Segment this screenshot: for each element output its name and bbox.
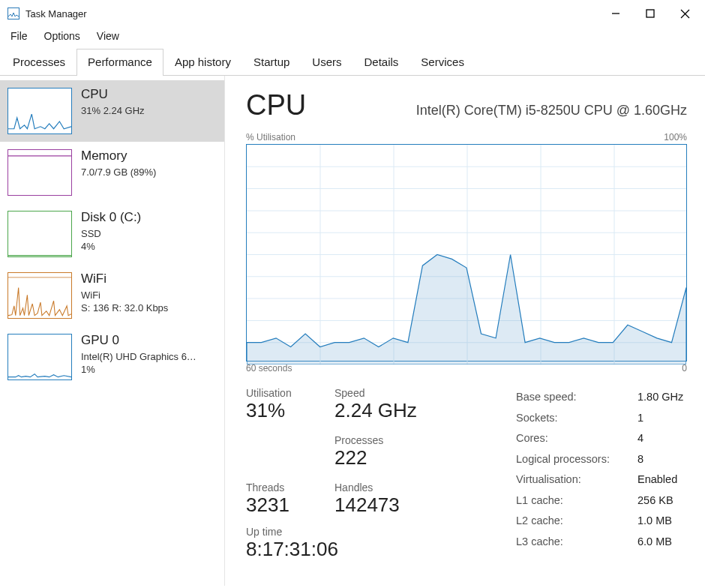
stat-label: Speed — [334, 387, 417, 399]
detail-pane: CPU Intel(R) Core(TM) i5-8250U CPU @ 1.6… — [225, 76, 705, 586]
sidebar: CPU 31% 2.24 GHz Memory 7.0/7.9 GB (89%) — [0, 76, 225, 586]
spec-val: 256 KB — [638, 490, 674, 512]
chart-ymax: 100% — [664, 132, 687, 142]
spec-row: L1 cache:256 KB — [516, 490, 683, 512]
sidebar-item-label: Memory — [81, 149, 156, 164]
stat-utilisation: Utilisation 31% — [246, 387, 314, 422]
sidebar-item-label: GPU 0 — [81, 334, 196, 348]
spec-val: 1 — [638, 408, 644, 429]
sidebar-item-disk[interactable]: Disk 0 (C:) SSD 4% — [0, 203, 224, 265]
menu-view[interactable]: View — [94, 28, 122, 44]
menu-options[interactable]: Options — [41, 28, 83, 44]
spec-row: L2 cache:1.0 MB — [516, 511, 683, 532]
spec-row: Sockets:1 — [516, 408, 683, 429]
detail-subtitle: Intel(R) Core(TM) i5-8250U CPU @ 1.60GHz — [328, 103, 687, 118]
memory-thumb — [8, 149, 72, 196]
spec-key: L3 cache: — [516, 532, 628, 553]
tab-startup[interactable]: Startup — [242, 49, 301, 76]
tab-services[interactable]: Services — [410, 49, 476, 76]
stat-handles: Handles 142473 — [334, 482, 402, 517]
sidebar-item-sub: SSD — [81, 228, 141, 241]
stat-value: 2.24 GHz — [334, 399, 417, 422]
memory-thumb-text: Memory 7.0/7.9 GB (89%) — [81, 149, 156, 196]
stats-row: Utilisation 31% Speed 2.24 GHz Processes… — [246, 387, 687, 561]
body-area: CPU 31% 2.24 GHz Memory 7.0/7.9 GB (89%) — [0, 76, 705, 586]
sidebar-item-wifi[interactable]: WiFi WiFi S: 136 R: 32.0 Kbps — [0, 265, 224, 326]
spec-row: Cores:4 — [516, 428, 683, 449]
cpu-thumb-text: CPU 31% 2.24 GHz — [81, 88, 145, 134]
tab-users[interactable]: Users — [301, 49, 352, 76]
spec-key: Base speed: — [516, 387, 628, 408]
stat-value: 222 — [334, 446, 402, 470]
tab-processes[interactable]: Processes — [2, 49, 76, 76]
spec-table: Base speed:1.80 GHz Sockets:1 Cores:4 Lo… — [516, 387, 683, 561]
stat-value: 3231 — [246, 494, 314, 517]
chart-top-labels: % Utilisation 100% — [246, 132, 687, 142]
gpu-thumb-text: GPU 0 Intel(R) UHD Graphics 6… 1% — [81, 334, 196, 380]
spec-key: Sockets: — [516, 408, 628, 429]
window-title: Task Manager — [26, 8, 87, 20]
sidebar-item-sub2: S: 136 R: 32.0 Kbps — [81, 302, 168, 315]
spec-row: Virtualisation:Enabled — [516, 470, 683, 490]
detail-heading: CPU — [246, 89, 306, 122]
app-icon — [8, 8, 20, 20]
tab-performance[interactable]: Performance — [76, 49, 164, 76]
stat-speed: Speed 2.24 GHz — [334, 387, 417, 422]
stat-label: Processes — [334, 434, 402, 446]
spec-key: Cores: — [516, 428, 628, 449]
spec-key: Logical processors: — [516, 449, 628, 470]
stat-label: Handles — [334, 482, 402, 494]
chart-ylabel: % Utilisation — [246, 132, 296, 142]
stat-value: 31% — [246, 399, 314, 422]
spec-val: 4 — [638, 428, 644, 449]
menu-bar: File Options View — [0, 27, 705, 48]
sidebar-item-label: CPU — [81, 88, 145, 102]
wifi-thumb-text: WiFi WiFi S: 136 R: 32.0 Kbps — [81, 272, 168, 319]
sidebar-item-sub: Intel(R) UHD Graphics 6… — [81, 351, 196, 364]
sidebar-item-label: Disk 0 (C:) — [81, 211, 141, 225]
maximize-button[interactable] — [633, 0, 668, 27]
chart-bottom-labels: 60 seconds 0 — [246, 363, 687, 374]
gpu-thumb — [8, 334, 72, 380]
spec-val: 1.0 MB — [638, 511, 672, 532]
sidebar-item-memory[interactable]: Memory 7.0/7.9 GB (89%) — [0, 142, 224, 203]
spec-val: Enabled — [638, 470, 677, 490]
tab-app-history[interactable]: App history — [164, 49, 242, 76]
stats-left-block: Utilisation 31% Speed 2.24 GHz Processes… — [246, 387, 478, 561]
sidebar-item-cpu[interactable]: CPU 31% 2.24 GHz — [0, 80, 224, 142]
title-bar: Task Manager — [0, 0, 705, 27]
spec-row: Logical processors:8 — [516, 449, 683, 470]
stat-value: 8:17:31:06 — [246, 538, 478, 561]
disk-thumb — [8, 211, 72, 257]
cpu-thumb — [8, 88, 72, 134]
cpu-utilisation-chart[interactable] — [246, 144, 687, 362]
spec-key: L2 cache: — [516, 511, 628, 532]
sidebar-item-sub: 31% 2.24 GHz — [81, 105, 145, 118]
wifi-thumb — [8, 272, 72, 319]
stat-threads: Threads 3231 — [246, 482, 314, 517]
title-bar-left: Task Manager — [8, 8, 87, 20]
window-controls — [598, 0, 702, 27]
minimize-button[interactable] — [598, 0, 633, 27]
stat-spacer — [246, 434, 314, 470]
stat-uptime: Up time 8:17:31:06 — [246, 526, 478, 561]
spec-row: Base speed:1.80 GHz — [516, 387, 683, 408]
chart-xmin: 60 seconds — [246, 363, 292, 374]
spec-val: 1.80 GHz — [638, 387, 683, 408]
spec-val: 6.0 MB — [638, 532, 672, 553]
stat-label: Up time — [246, 526, 478, 538]
sidebar-item-sub: 7.0/7.9 GB (89%) — [81, 166, 156, 179]
svg-rect-2 — [646, 10, 654, 17]
sidebar-item-label: WiFi — [81, 272, 168, 286]
menu-file[interactable]: File — [8, 28, 31, 44]
stat-label: Threads — [246, 482, 314, 494]
sidebar-item-gpu[interactable]: GPU 0 Intel(R) UHD Graphics 6… 1% — [0, 326, 224, 388]
tab-details[interactable]: Details — [353, 49, 410, 76]
spec-val: 8 — [638, 449, 644, 470]
svg-line-4 — [681, 10, 689, 18]
tab-strip: Processes Performance App history Startu… — [0, 48, 705, 76]
sidebar-item-sub: WiFi — [81, 290, 168, 302]
chart-xmax: 0 — [682, 363, 687, 374]
close-button[interactable] — [668, 0, 702, 27]
stat-processes: Processes 222 — [334, 434, 402, 470]
